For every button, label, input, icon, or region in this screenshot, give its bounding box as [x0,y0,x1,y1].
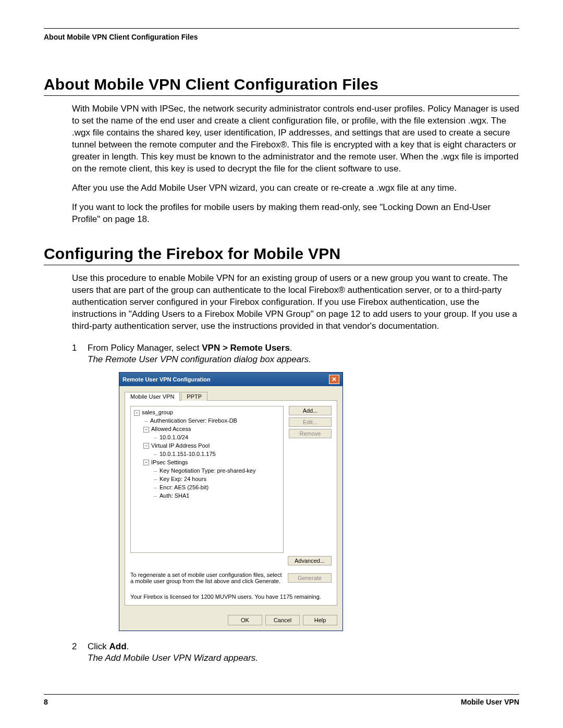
tree-allowed[interactable]: −Allowed Access –10.0.1.0/24 [143,425,281,442]
dialog-screenshot: Remote User VPN Configuration ✕ Mobile U… [119,372,519,631]
help-button[interactable]: Help [303,615,337,625]
leaf-icon: – [153,467,158,475]
ok-button[interactable]: OK [228,615,262,625]
section1-body: With Mobile VPN with IPSec, the network … [72,103,519,225]
minus-icon[interactable]: − [143,427,149,433]
generate-button[interactable]: Generate [288,573,332,583]
minus-icon[interactable]: − [143,460,149,465]
step1-text-a: From Policy Manager, select [88,343,202,353]
step1-number: 1 [72,343,77,353]
license-text: Your Firebox is licensed for 1200 MUVPN … [130,594,332,600]
running-header: About Mobile VPN Client Configuration Fi… [44,33,519,41]
section1-title: About Mobile VPN Client Configuration Fi… [44,76,519,93]
advanced-button[interactable]: Advanced... [288,556,332,565]
step1-text-c: . [290,343,292,353]
tree-ipsec[interactable]: −IPsec Settings –Key Negotiation Type: p… [143,459,281,500]
section1-p2: After you use the Add Mobile User VPN wi… [72,182,519,194]
step2-number: 2 [72,641,77,652]
dialog-titlebar: Remote User VPN Configuration ✕ [119,373,342,386]
step2-text-bold: Add [109,641,127,651]
tree-auth[interactable]: –Authentication Server: Firebox-DB [143,417,281,425]
remove-button[interactable]: Remove [289,429,332,438]
header-rule [44,28,519,29]
dialog-title: Remote User VPN Configuration [123,376,211,382]
tree-root[interactable]: −sales_group –Authentication Server: Fir… [134,409,281,500]
section1-p1: With Mobile VPN with IPSec, the network … [72,103,519,175]
leaf-icon: – [143,417,149,425]
step1-text-bold: VPN > Remote Users [202,343,290,353]
doc-title: Mobile User VPN [461,698,519,706]
section2-title: Configuring the Firebox for Mobile VPN [44,245,519,263]
section2-rule [44,265,519,265]
step2-note: The Add Mobile User VPN Wizard appears. [88,653,519,663]
tab-pptp[interactable]: PPTP [181,392,207,401]
leaf-icon: – [153,450,158,459]
tree-ipsec-k2[interactable]: –Key Exp: 24 hours [153,475,281,484]
section2-body: Use this procedure to enable Mobile VPN … [72,273,519,332]
close-icon[interactable]: ✕ [329,375,339,384]
group-tree[interactable]: −sales_group –Authentication Server: Fir… [130,406,284,553]
generate-description: To regenerate a set of mobile user confi… [130,572,284,584]
tree-ipsec-k1[interactable]: –Key Negotiation Type: pre-shared-key [153,467,281,475]
step1-note: The Remote User VPN configuration dialog… [88,354,519,365]
leaf-icon: – [153,475,158,484]
add-button[interactable]: Add... [289,406,332,415]
section1-rule [44,95,519,96]
tree-allowed-item[interactable]: –10.0.1.0/24 [153,434,281,442]
tree-vip-item[interactable]: –10.0.1.151-10.0.1.175 [153,450,281,459]
leaf-icon: – [153,492,158,500]
tree-ipsec-k3[interactable]: –Encr: AES (256-bit) [153,484,281,492]
tree-ipsec-k4[interactable]: –Auth: SHA1 [153,492,281,500]
page-number: 8 [44,698,48,706]
tab-mobile-user-vpn[interactable]: Mobile User VPN [125,392,180,401]
edit-button[interactable]: Edit... [289,417,332,427]
dialog-tabpanel: −sales_group –Authentication Server: Fir… [125,401,337,606]
step2-text-c: . [127,641,129,651]
tree-vip[interactable]: −Virtual IP Address Pool –10.0.1.151-10.… [143,442,281,459]
minus-icon[interactable]: − [134,410,140,416]
dialog-tabs: Mobile User VPN PPTP [125,391,337,401]
section1-p3: If you want to lock the profiles for mob… [72,202,519,226]
step2-text-a: Click [88,641,109,651]
cancel-button[interactable]: Cancel [265,615,300,625]
page-footer: 8 Mobile User VPN [44,694,519,706]
leaf-icon: – [153,434,158,442]
remote-user-vpn-dialog: Remote User VPN Configuration ✕ Mobile U… [119,372,343,631]
leaf-icon: – [153,484,158,492]
step-1: 1 From Policy Manager, select VPN > Remo… [72,343,519,631]
minus-icon[interactable]: − [143,443,149,449]
step-2: 2 Click Add. The Add Mobile User VPN Wiz… [72,641,519,663]
section2-p1: Use this procedure to enable Mobile VPN … [72,273,519,332]
